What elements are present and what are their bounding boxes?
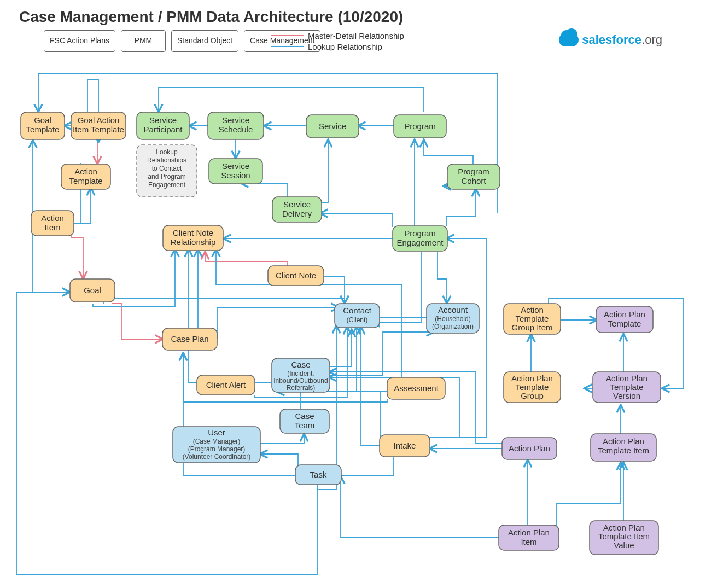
- node-program-engagement: ProgramEngagement: [393, 226, 447, 251]
- svg-text:Engagement: Engagement: [396, 238, 444, 247]
- node-service-delivery: ServiceDelivery: [272, 197, 322, 222]
- node-ap-template: Action PlanTemplate: [596, 306, 653, 333]
- svg-text:Service: Service: [283, 200, 311, 209]
- svg-text:Group Item: Group Item: [511, 323, 552, 332]
- svg-text:Lookup: Lookup: [156, 148, 178, 156]
- svg-text:Service: Service: [222, 161, 249, 171]
- node-action-item: ActionItem: [31, 211, 74, 236]
- node-service: Service: [306, 115, 359, 138]
- node-account: Account(Household)(Organization): [427, 304, 479, 333]
- node-task: Task: [295, 465, 341, 485]
- node-action-template: ActionTemplate: [61, 164, 110, 189]
- svg-text:(Client): (Client): [347, 316, 368, 324]
- node-service-participant: ServiceParticipant: [137, 112, 189, 139]
- svg-text:Action: Action: [41, 213, 64, 223]
- svg-text:Cohort: Cohort: [461, 176, 486, 185]
- svg-text:Template Item: Template Item: [598, 532, 650, 541]
- svg-text:Client Alert: Client Alert: [206, 380, 246, 389]
- svg-text:Service: Service: [222, 115, 249, 125]
- svg-text:Goal Action: Goal Action: [78, 115, 120, 125]
- svg-text:(Program Manager): (Program Manager): [188, 445, 246, 453]
- svg-text:Action: Action: [74, 167, 97, 176]
- svg-text:(Organization): (Organization): [432, 323, 474, 330]
- node-assessment: Assessment: [387, 377, 445, 399]
- svg-text:(Household): (Household): [435, 315, 470, 323]
- svg-text:Action Plan: Action Plan: [508, 528, 550, 537]
- node-ap-template-version: Action PlanTemplateVersion: [593, 372, 661, 403]
- svg-text:Action Plan: Action Plan: [603, 523, 645, 532]
- svg-text:Case: Case: [295, 411, 314, 421]
- svg-text:Group: Group: [521, 391, 544, 400]
- svg-text:Relationships: Relationships: [147, 156, 186, 164]
- node-user: User(Case Manager)(Program Manager)(Volu…: [173, 427, 260, 463]
- svg-text:and Program: and Program: [148, 173, 185, 181]
- node-at-group-item: ActionTemplateGroup Item: [504, 304, 561, 334]
- svg-text:Client Note: Client Note: [276, 271, 316, 280]
- svg-text:Case Plan: Case Plan: [171, 334, 208, 344]
- svg-text:Action Plan: Action Plan: [604, 310, 645, 319]
- svg-text:Delivery: Delivery: [282, 209, 312, 218]
- node-program: Program: [394, 115, 446, 138]
- svg-text:(Incident,: (Incident,: [287, 370, 314, 377]
- node-ap-template-group: Action PlanTemplateGroup: [504, 372, 561, 403]
- svg-text:Action Plan: Action Plan: [606, 374, 647, 383]
- node-goal-template: GoalTemplate: [21, 112, 65, 139]
- svg-text:Action Plan: Action Plan: [603, 436, 644, 446]
- node-ap-tmpl-item-value: Action PlanTemplate ItemValue: [590, 521, 658, 555]
- svg-text:Account: Account: [438, 305, 468, 315]
- svg-text:Template: Template: [608, 319, 641, 328]
- svg-text:Service: Service: [319, 121, 346, 131]
- svg-text:Inbound/Outbound: Inbound/Outbound: [273, 377, 328, 385]
- svg-text:Template: Template: [516, 382, 549, 392]
- node-case: Case(Incident,Inbound/OutboundReferrals): [272, 358, 330, 392]
- svg-text:Program: Program: [404, 229, 436, 238]
- svg-text:Goal: Goal: [34, 115, 51, 125]
- svg-text:to Contact: to Contact: [152, 165, 182, 172]
- node-service-session: ServiceSession: [209, 159, 262, 184]
- svg-text:Template: Template: [610, 382, 644, 392]
- svg-text:Program: Program: [404, 121, 436, 131]
- svg-text:Action Plan: Action Plan: [509, 444, 550, 453]
- svg-text:Version: Version: [613, 391, 640, 400]
- svg-text:Team: Team: [295, 421, 315, 430]
- svg-text:Case: Case: [291, 360, 310, 369]
- svg-text:Schedule: Schedule: [219, 125, 253, 134]
- node-goal-action-item-template: Goal ActionItem Template: [71, 112, 126, 139]
- node-contact: Contact(Client): [335, 304, 380, 328]
- node-client-alert: Client Alert: [197, 375, 255, 395]
- node-client-note: Client Note: [268, 266, 324, 286]
- architecture-diagram: GoalTemplate Goal ActionItem Template Se…: [0, 0, 706, 588]
- svg-text:Action: Action: [521, 305, 544, 315]
- node-lookup-note: LookupRelationshipsto Contactand Program…: [137, 145, 197, 197]
- svg-text:(Volunteer Coordinator): (Volunteer Coordinator): [183, 453, 251, 461]
- svg-text:Item Template: Item Template: [73, 125, 124, 134]
- svg-text:Assessment: Assessment: [394, 383, 439, 393]
- svg-text:Template Item: Template Item: [598, 446, 649, 455]
- svg-text:Item: Item: [521, 537, 536, 546]
- node-ap-template-item: Action PlanTemplate Item: [591, 434, 656, 461]
- node-action-plan: Action Plan: [502, 438, 557, 459]
- svg-text:Task: Task: [310, 470, 327, 479]
- node-client-note-relationship: Client NoteRelationship: [163, 225, 223, 251]
- svg-text:Client Note: Client Note: [173, 228, 213, 237]
- svg-text:Program: Program: [458, 167, 489, 176]
- node-service-schedule: ServiceSchedule: [208, 112, 264, 139]
- node-case-plan: Case Plan: [162, 328, 217, 350]
- svg-text:Relationship: Relationship: [171, 237, 216, 247]
- svg-text:Action Plan: Action Plan: [511, 374, 553, 383]
- node-intake: Intake: [380, 435, 430, 457]
- svg-text:Template: Template: [516, 314, 549, 323]
- svg-text:Template: Template: [26, 125, 60, 134]
- svg-text:Intake: Intake: [394, 441, 416, 450]
- svg-text:Item: Item: [44, 223, 60, 232]
- svg-text:(Case Manager): (Case Manager): [193, 438, 241, 445]
- svg-text:Contact: Contact: [343, 306, 372, 315]
- svg-text:Referrals): Referrals): [287, 384, 316, 392]
- svg-text:Template: Template: [69, 176, 103, 185]
- svg-text:Service: Service: [149, 115, 177, 125]
- node-program-cohort: ProgramCohort: [447, 164, 500, 189]
- node-goal: Goal: [70, 279, 115, 302]
- svg-text:Engagement: Engagement: [148, 181, 186, 189]
- svg-text:User: User: [208, 428, 225, 437]
- svg-text:Goal: Goal: [84, 286, 101, 295]
